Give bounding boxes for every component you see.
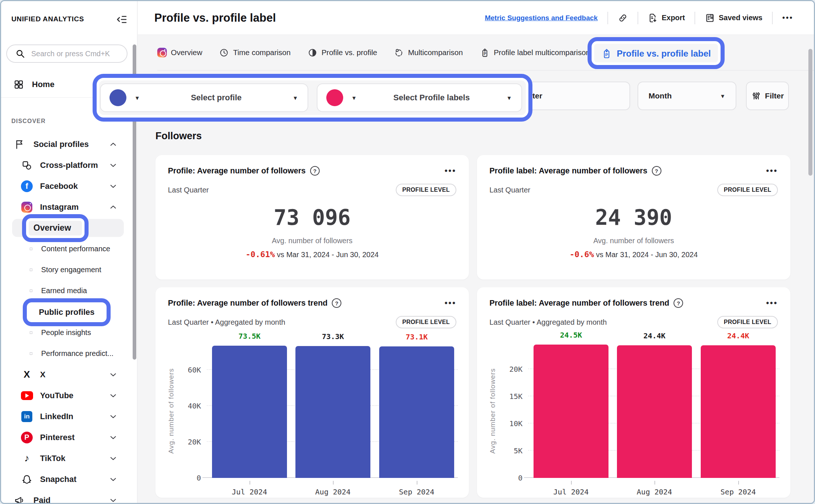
- period-dropdown[interactable]: Last Quarter: [528, 82, 630, 110]
- bar[interactable]: [379, 346, 454, 478]
- sidebar-item-story-engagement[interactable]: Story engagement: [1, 259, 133, 280]
- bar[interactable]: [295, 346, 370, 478]
- card-subtitle: Last Quarter • Aggregated by month: [489, 318, 607, 327]
- stat-value: 73 096: [155, 205, 469, 230]
- sidebar-item-tiktok[interactable]: ♪TikTok: [1, 448, 133, 469]
- chevron-down-icon: [108, 181, 118, 191]
- card-menu-button[interactable]: •••: [766, 166, 778, 176]
- bullet-icon: [30, 248, 32, 250]
- collapse-sidebar-icon[interactable]: [115, 13, 128, 26]
- share-link-icon[interactable]: [618, 13, 628, 23]
- sidebar-item-facebook[interactable]: fFacebook: [1, 176, 133, 197]
- sidebar-item-label: YouTube: [40, 391, 73, 400]
- sidebar-item-social-profiles[interactable]: Social profiles: [1, 134, 133, 155]
- half-circle-icon: [308, 48, 317, 58]
- bar[interactable]: [534, 345, 608, 478]
- chevron-down-icon: [108, 454, 118, 463]
- sidebar-item-paid[interactable]: Paid: [1, 490, 133, 504]
- sidebar-item-snapchat[interactable]: Snapchat: [1, 469, 133, 490]
- header-more-button[interactable]: •••: [782, 14, 793, 22]
- feedback-link[interactable]: Metric Suggestions and Feedback: [485, 14, 597, 22]
- tab-profile-label-multicomparison[interactable]: PProfile label multicomparison: [480, 48, 590, 58]
- annotation-active-tab-label[interactable]: Profile vs. profile label: [617, 48, 711, 59]
- sidebar-item-linkedin[interactable]: inLinkedIn: [1, 406, 133, 427]
- divider: [607, 12, 608, 24]
- filter-button[interactable]: Filter: [746, 82, 789, 110]
- tab-multicomparison[interactable]: Multicomparison: [394, 48, 463, 58]
- divider: [638, 12, 638, 24]
- bullet-icon: [30, 331, 32, 334]
- multicomparison-icon: [394, 48, 404, 58]
- tab-time-comparison[interactable]: Time comparison: [219, 48, 290, 58]
- aggregation-dropdown[interactable]: Month ▼: [638, 82, 736, 110]
- card-menu-button[interactable]: •••: [445, 166, 456, 176]
- page-title: Profile vs. profile label: [154, 11, 276, 25]
- sidebar-item-label: Pinterest: [40, 433, 75, 442]
- caret-down-icon: ▼: [134, 95, 140, 101]
- sidebar-item-label: Content performance: [41, 245, 110, 253]
- bar[interactable]: [212, 346, 287, 478]
- chevron-down-icon: [108, 475, 118, 484]
- x-tick-label: Jul 2024: [534, 487, 608, 496]
- section-title: Followers: [155, 130, 202, 142]
- y-axis-label: Avg. number of followers: [487, 353, 498, 468]
- help-icon[interactable]: ?: [652, 166, 661, 176]
- select-profile-dropdown[interactable]: ▼ Select profile ▼: [100, 83, 308, 112]
- help-icon[interactable]: ?: [332, 298, 341, 308]
- sidebar-item-cross-platform[interactable]: Cross-platform: [1, 155, 133, 176]
- help-icon[interactable]: ?: [674, 298, 683, 308]
- chevron-up-icon: [108, 202, 118, 212]
- home-label: Home: [32, 80, 54, 89]
- tab-label: Overview: [171, 48, 202, 57]
- x-tick-label: Jul 2024: [212, 487, 287, 496]
- main-scrollbar[interactable]: [808, 49, 812, 176]
- sidebar-item-label: Instagram: [40, 202, 79, 212]
- page-header: Profile vs. profile label Metric Suggest…: [138, 1, 814, 35]
- search-input[interactable]: Search or press Cmd+K: [6, 44, 128, 63]
- y-tick-label: 0: [197, 474, 201, 482]
- chevron-up-icon: [108, 140, 118, 149]
- stat-card-profile-label: Profile label: Average number of followe…: [477, 155, 790, 280]
- select-profile-labels-dropdown[interactable]: ▼ Select Profile labels ▼: [317, 83, 522, 112]
- help-icon[interactable]: ?: [310, 166, 320, 176]
- annotation-filters: ▼ Select profile ▼ ▼ Select Profile labe…: [93, 74, 532, 122]
- card-menu-button[interactable]: •••: [445, 298, 456, 308]
- y-tick-label: 10K: [509, 419, 523, 428]
- annotation-public-profiles-label[interactable]: Public profiles: [39, 307, 95, 317]
- card-menu-button[interactable]: •••: [766, 298, 778, 308]
- caret-down-icon: ▼: [720, 93, 725, 99]
- bullet-icon: [30, 269, 32, 271]
- megaphone-icon: [13, 494, 26, 504]
- bullet-icon: [30, 352, 32, 355]
- svg-text:P: P: [606, 52, 608, 57]
- flag-icon: [13, 138, 26, 151]
- sidebar-item-youtube[interactable]: YouTube: [1, 385, 133, 406]
- saved-views-button[interactable]: Saved views: [705, 13, 762, 23]
- y-axis-label: Avg. number of followers: [166, 353, 177, 468]
- bar[interactable]: [701, 345, 776, 478]
- tab-label: Profile vs. profile: [322, 48, 377, 57]
- card-title: Profile label: Average number of followe…: [489, 166, 647, 176]
- instagram-icon: [157, 48, 167, 57]
- y-tick-label: 20K: [188, 438, 201, 446]
- sidebar-item-performance-predict[interactable]: Performance predict...: [1, 343, 133, 364]
- bar[interactable]: [617, 345, 692, 478]
- filter-button-label: Filter: [765, 91, 784, 100]
- tab-profile-vs-profile[interactable]: Profile vs. profile: [308, 48, 377, 58]
- clock-icon: [219, 48, 229, 58]
- chart-card-profile: Profile: Average number of followers tre…: [155, 287, 469, 498]
- search-placeholder: Search or press Cmd+K: [31, 50, 110, 58]
- sidebar-item-x[interactable]: XX: [1, 364, 133, 385]
- tab-overview[interactable]: Overview: [157, 48, 202, 57]
- select-profile-labels-placeholder: Select Profile labels: [357, 93, 506, 102]
- card-title: Profile: Average number of followers tre…: [168, 299, 327, 308]
- bar-value-label: 73.5K: [212, 332, 287, 341]
- export-button[interactable]: Export: [648, 13, 685, 23]
- delta-comparison: vs Mar 31, 2024 - Jun 30, 2024: [277, 251, 379, 259]
- sidebar-item-pinterest[interactable]: PPinterest: [1, 427, 133, 448]
- chevron-down-icon: [108, 433, 118, 442]
- annotation-active-tab: P Profile vs. profile label: [588, 37, 725, 69]
- bar-chart-plot: 05K10K15K20K 24.5K Jul 2024 24.4K Aug 20…: [528, 346, 779, 478]
- x-icon: X: [20, 368, 33, 381]
- card-title: Profile label: Average number of followe…: [489, 299, 669, 308]
